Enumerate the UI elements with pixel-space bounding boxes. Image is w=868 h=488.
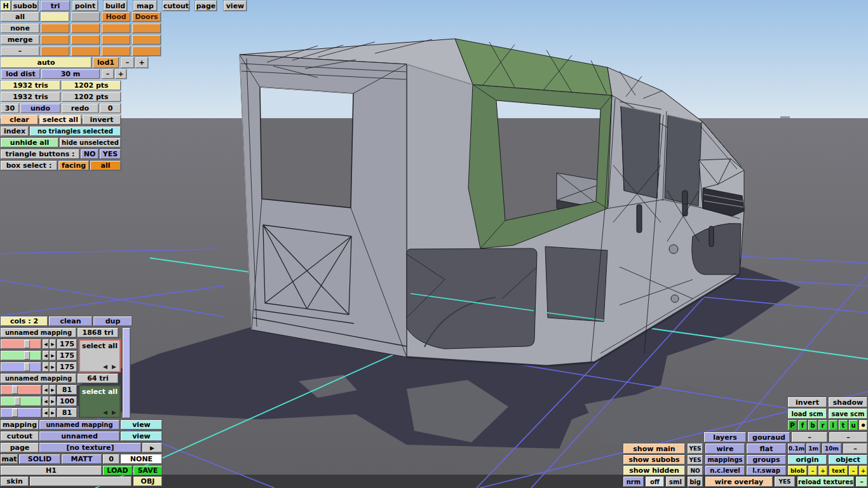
reload-textures-button[interactable]: reload textures	[797, 477, 854, 487]
tab-h[interactable]: H	[1, 1, 11, 11]
wire-overlay-toggle[interactable]: YES	[775, 477, 795, 487]
subob-slot-2-2[interactable]	[71, 24, 100, 33]
mapping-2-green-slider[interactable]	[1, 396, 41, 406]
mapping-2-blue-value[interactable]: 81	[57, 408, 77, 417]
mapping-1-red-slider[interactable]	[1, 339, 41, 349]
lod-minus-button[interactable]: –	[121, 57, 134, 68]
subob-slot-3-3[interactable]	[102, 35, 130, 44]
view-preset-dot[interactable]: ●	[859, 420, 867, 430]
tab-map[interactable]: map	[133, 1, 157, 11]
index-button[interactable]: index	[1, 126, 29, 136]
cols-button[interactable]: cols : 2	[1, 316, 48, 326]
mappings-button[interactable]: mappings	[705, 455, 745, 464]
dash-button-2[interactable]: –	[829, 432, 867, 442]
mapping-1-blue-inc[interactable]: ▶	[50, 362, 56, 372]
nrm-big-button[interactable]: big	[688, 477, 703, 487]
box-select-facing[interactable]: facing	[58, 161, 89, 170]
tab-view[interactable]: view	[224, 1, 247, 11]
mapping-2-blue-dec[interactable]: ◀	[43, 408, 49, 417]
mat-solid-button[interactable]: SOLID	[19, 454, 60, 464]
mapping-1-green-slider-thumb[interactable]	[24, 351, 30, 360]
mapping-1-red-slider-thumb[interactable]	[24, 340, 30, 348]
cutout-view-button[interactable]: view	[121, 431, 162, 441]
undo-button[interactable]: undo	[20, 104, 60, 113]
subob-slot-4-3[interactable]	[102, 46, 130, 56]
mapping-2-red-dec[interactable]: ◀	[43, 385, 49, 395]
layers-button[interactable]: layers	[704, 432, 746, 442]
subob-slot-2-3[interactable]	[102, 24, 130, 33]
show-subobs-toggle[interactable]: YES	[688, 455, 703, 464]
view-preset-right[interactable]: r	[818, 420, 827, 430]
subob-slot-hood[interactable]: Hood	[102, 12, 130, 22]
mat-index-value[interactable]: 0	[103, 454, 119, 464]
text-plus[interactable]: +	[859, 466, 867, 475]
hide-unselected-button[interactable]: hide unselected	[60, 138, 121, 147]
subob-slot-1-1[interactable]	[41, 12, 69, 22]
save-button[interactable]: SAVE	[133, 466, 162, 475]
load-scm-button[interactable]: load scm	[788, 409, 827, 419]
model-name-field[interactable]: H1	[1, 466, 102, 475]
tab-subob[interactable]: subob	[12, 1, 38, 11]
box-select-all[interactable]: all	[90, 161, 121, 170]
mapping-2-green-dec[interactable]: ◀	[43, 396, 49, 406]
subob-slot-1-2[interactable]	[71, 12, 100, 22]
mapping-2-red-slider[interactable]	[1, 385, 41, 395]
subob-slot-2-4[interactable]	[132, 24, 161, 33]
mapping-1-green-dec[interactable]: ◀	[43, 351, 49, 360]
reload-textures-minus[interactable]: –	[856, 477, 867, 487]
nrm-sml-button[interactable]: sml	[666, 477, 685, 487]
subob-slot-3-4[interactable]	[132, 35, 161, 44]
mapping-1-blue-slider-thumb[interactable]	[24, 363, 30, 371]
select-all-button[interactable]: select all	[39, 115, 81, 125]
obj-export-button[interactable]: OBJ	[133, 477, 162, 486]
lod-dist-minus[interactable]: –	[102, 69, 114, 79]
dash-button-1[interactable]: –	[792, 432, 827, 442]
subob-minus-button[interactable]: –	[1, 46, 39, 56]
mapping-2-red-inc[interactable]: ▶	[50, 385, 56, 395]
show-hidden-toggle[interactable]: NO	[688, 466, 703, 475]
show-main-toggle[interactable]: YES	[688, 444, 703, 454]
mat-none-button[interactable]: NONE	[121, 454, 162, 464]
lod-dist-plus[interactable]: +	[115, 69, 126, 79]
cutout-current-name[interactable]: unnamed	[39, 431, 119, 441]
nc-level-button[interactable]: n.c.level	[705, 466, 745, 475]
grid-off-button[interactable]: –	[843, 444, 867, 454]
view-preset-back[interactable]: b	[808, 420, 817, 430]
mapping-1-red-value[interactable]: 175	[57, 339, 77, 349]
lod-dist-value[interactable]: 30 m	[41, 69, 100, 79]
subob-all-button[interactable]: all	[1, 12, 39, 22]
nrm-button[interactable]: nrm	[623, 477, 644, 487]
mapping-2-green-slider-thumb[interactable]	[15, 397, 20, 405]
tab-point[interactable]: point	[72, 1, 98, 11]
object-button[interactable]: object	[829, 455, 867, 464]
blob-plus[interactable]: +	[818, 466, 827, 475]
groups-button[interactable]: groups	[747, 455, 786, 464]
mapping-2-select-all-box[interactable]: select all◀ ▶	[79, 385, 121, 418]
shadow-toggle-button[interactable]: shadow	[829, 397, 867, 407]
mapping-1-blue-value[interactable]: 175	[57, 362, 77, 372]
page-texture-name[interactable]: [no texture]	[39, 443, 141, 452]
mapping-2-red-slider-thumb[interactable]	[12, 386, 18, 394]
subob-slot-2-1[interactable]	[41, 24, 69, 33]
mapping-1-green-inc[interactable]: ▶	[50, 351, 56, 360]
subob-slot-3-1[interactable]	[41, 35, 69, 44]
mapping-2-select-all-box-arrows[interactable]: ◀ ▶	[103, 409, 118, 416]
triangle-buttons-no[interactable]: NO	[81, 149, 98, 159]
show-hidden-label[interactable]: show hidden	[623, 466, 685, 475]
skin-name-field[interactable]	[30, 477, 132, 486]
lod1-button[interactable]: lod1	[93, 57, 119, 68]
subob-slot-3-2[interactable]	[71, 35, 100, 44]
wire-button[interactable]: wire	[705, 444, 745, 454]
invert-view-button[interactable]: invert	[788, 397, 827, 407]
mapping-2-green-inc[interactable]: ▶	[50, 396, 56, 406]
mapping-1-select-all-box[interactable]: select all◀ ▶	[79, 339, 121, 372]
lod-auto-button[interactable]: auto	[1, 57, 92, 68]
blob-minus[interactable]: –	[808, 466, 817, 475]
mapping-1-red-dec[interactable]: ◀	[43, 339, 49, 349]
load-button[interactable]: LOAD	[103, 466, 132, 475]
gouraud-button[interactable]: gouraud	[748, 432, 790, 442]
subob-merge-button[interactable]: merge	[1, 35, 39, 44]
text-button[interactable]: text	[829, 466, 848, 475]
clear-button[interactable]: clear	[1, 115, 38, 125]
mapping-1-green-value[interactable]: 175	[57, 351, 77, 360]
